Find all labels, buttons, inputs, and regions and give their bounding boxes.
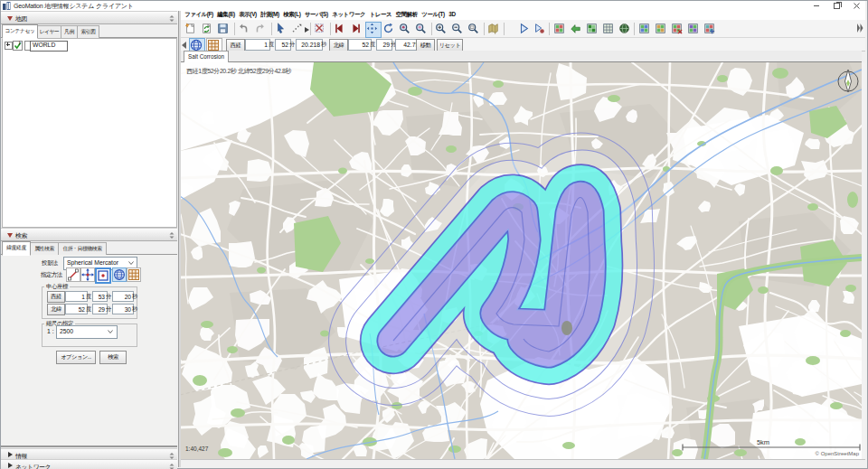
svg-text:5km: 5km: [757, 438, 769, 446]
svg-text:西経1度52分20.2秒 北緯52度29分42.8秒: 西経1度52分20.2秒 北緯52度29分42.8秒: [186, 67, 291, 75]
svg-text:1:40,427: 1:40,427: [185, 446, 209, 452]
svg-text:© OpenStreetMap: © OpenStreetMap: [816, 451, 860, 456]
